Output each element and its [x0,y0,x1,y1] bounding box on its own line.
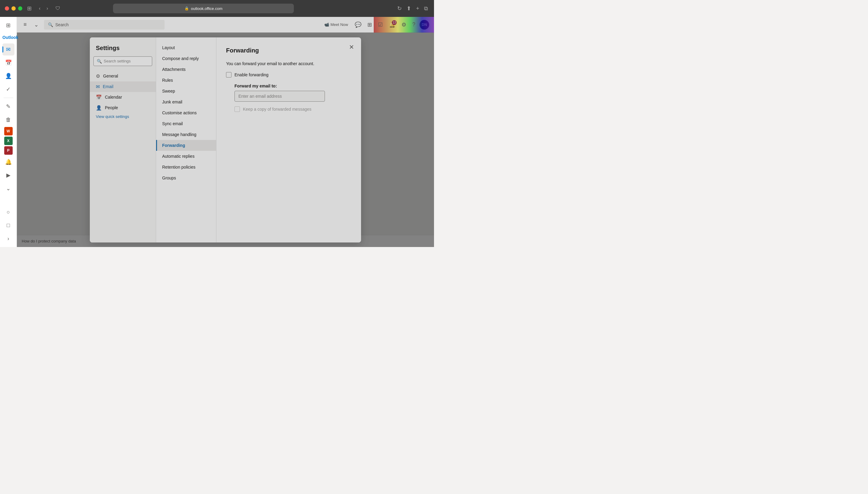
url-display: outlook.office.com [191,6,222,11]
settings-submenu: Layout Compose and reply Attachments Rul… [156,37,216,243]
sidebar-bottom: ○ □ › [2,206,15,245]
submenu-sync[interactable]: Sync email [156,118,216,129]
settings-nav-people-label: People [105,105,118,110]
outlook-container: ⊞ Outlook ✉ 📅 👤 ✓ ✎ 🗑 W X P 🔔 ▶ ⌄ ○ □ › … [0,17,434,247]
sidebar-item-people[interactable]: 👤 [2,70,15,82]
browser-sidebar-toggle[interactable]: ⊞ [26,4,33,13]
forward-section: Forward my email to: Keep a copy of forw… [235,83,351,112]
settings-nav-email[interactable]: ✉ Email [90,81,156,92]
tabs-button[interactable]: ⧉ [423,4,429,13]
teams-button[interactable]: ⊞ [366,20,374,30]
general-icon: ⚙ [96,73,100,79]
submenu-junk[interactable]: Junk email [156,96,216,107]
settings-nav-calendar[interactable]: 📅 Calendar [90,92,156,102]
powerpoint-app-icon[interactable]: P [4,146,13,155]
excel-app-icon[interactable]: X [4,137,13,145]
settings-overlay: Settings 🔍 ⚙ General ✉ Email [17,33,434,247]
settings-nav-general-label: General [103,74,118,78]
browser-back-button[interactable]: ‹ [37,4,43,12]
sidebar-item-notification[interactable]: 🔔 [2,156,15,168]
sidebar-collapse-button[interactable]: ≡ [22,20,28,30]
search-bar[interactable]: 🔍 Search [44,20,164,30]
traffic-lights [5,6,22,11]
submenu-customise[interactable]: Customise actions [156,107,216,118]
address-bar[interactable]: 🔒 outlook.office.com [113,4,294,13]
search-icon: 🔍 [48,22,53,27]
notification-badge: 13 [392,20,397,25]
submenu-message-handling[interactable]: Message handling [156,129,216,140]
submenu-automatic-replies[interactable]: Automatic replies [156,151,216,162]
sidebar-item-mail[interactable]: ✉ [2,43,15,56]
minimize-traffic-light[interactable] [12,6,16,11]
browser-forward-button[interactable]: › [44,4,50,12]
forward-email-input[interactable] [235,91,325,102]
enable-forwarding-label: Enable forwarding [235,72,269,77]
submenu-compose[interactable]: Compose and reply [156,53,216,64]
sidebar-item-square[interactable]: □ [2,219,15,231]
sidebar-item-chat[interactable]: ✎ [2,100,15,113]
browser-navigation: ‹ › [37,4,51,12]
enable-forwarding-row: Enable forwarding [226,72,351,77]
notification-button[interactable]: 🔔 13 [387,20,397,30]
settings-sidebar: Settings 🔍 ⚙ General ✉ Email [90,37,156,243]
keep-copy-row: Keep a copy of forwarded messages [235,107,351,112]
share-button[interactable]: ⬆ [406,4,412,13]
sidebar-expand-button[interactable]: › [2,232,15,245]
close-traffic-light[interactable] [5,6,9,11]
settings-nav-general[interactable]: ⚙ General [90,71,156,81]
browser-chrome: ⊞ ‹ › 🛡 🔒 outlook.office.com ↻ ⬆ + ⧉ [0,0,434,17]
submenu-rules[interactable]: Rules [156,75,216,86]
submenu-groups[interactable]: Groups [156,172,216,183]
submenu-sweep[interactable]: Sweep [156,86,216,96]
settings-nav-email-label: Email [103,84,113,89]
sidebar-item-trash[interactable]: 🗑 [2,114,15,126]
sidebar-item-calendar[interactable]: 📅 [2,57,15,69]
calendar-nav-icon: 📅 [96,94,102,100]
outlook-content: Settings 🔍 ⚙ General ✉ Email [17,33,434,247]
outlook-toolbar: ≡ ⌄ 🔍 Search 📹 Meet Now 💬 ⊞ ☑ 🔔 13 [17,17,434,33]
submenu-forwarding[interactable]: Forwarding [156,140,216,151]
tasks-button[interactable]: ☑ [376,20,384,30]
new-tab-button[interactable]: + [415,4,420,13]
meet-now-button[interactable]: 📹 Meet Now [322,21,351,28]
outlook-main: ≡ ⌄ 🔍 Search 📹 Meet Now 💬 ⊞ ☑ 🔔 13 [17,17,434,247]
outlook-logo: Outlook [0,33,17,42]
shield-icon: 🛡 [56,6,60,11]
settings-content: Forwarding You can forward your email to… [216,37,361,243]
video-icon: 📹 [324,22,329,27]
settings-title: Settings [90,45,156,56]
forward-email-label: Forward my email to: [235,83,351,88]
settings-search-icon: 🔍 [97,59,102,64]
browser-actions: ↻ ⬆ + ⧉ [396,4,429,13]
settings-button[interactable]: ⚙ [400,20,408,30]
chat-button[interactable]: 💬 [353,20,363,30]
settings-search-input[interactable] [104,59,154,63]
people-nav-icon: 👤 [96,105,102,111]
app-sidebar: ⊞ Outlook ✉ 📅 👤 ✓ ✎ 🗑 W X P 🔔 ▶ ⌄ ○ □ › [0,17,17,247]
sidebar-item-tasks[interactable]: ✓ [2,83,15,95]
help-button[interactable]: ? [411,20,417,30]
settings-close-button[interactable]: ✕ [347,42,356,52]
email-nav-icon: ✉ [96,84,100,90]
submenu-retention[interactable]: Retention policies [156,162,216,172]
sidebar-item-circle[interactable]: ○ [2,206,15,218]
settings-nav-people[interactable]: 👤 People [90,102,156,113]
lock-icon: 🔒 [184,6,189,11]
keep-copy-label: Keep a copy of forwarded messages [243,107,311,112]
view-quick-settings-link[interactable]: View quick settings [90,113,156,120]
settings-nav-calendar-label: Calendar [105,95,122,99]
search-placeholder: Search [56,22,69,27]
submenu-layout[interactable]: Layout [156,42,216,53]
settings-search-box[interactable]: 🔍 [94,56,152,66]
sidebar-item-expand[interactable]: ⌄ [2,183,15,194]
word-app-icon[interactable]: W [4,127,13,135]
sidebar-item-stream[interactable]: ▶ [2,169,15,181]
enable-forwarding-checkbox[interactable] [226,72,232,77]
submenu-attachments[interactable]: Attachments [156,64,216,75]
fullscreen-traffic-light[interactable] [18,6,22,11]
apps-grid-button[interactable]: ⊞ [2,19,15,31]
keep-copy-checkbox[interactable] [235,107,240,112]
sidebar-divider-1 [4,98,13,98]
reload-button[interactable]: ↻ [396,4,403,13]
collapse-button[interactable]: ⌄ [32,20,40,30]
